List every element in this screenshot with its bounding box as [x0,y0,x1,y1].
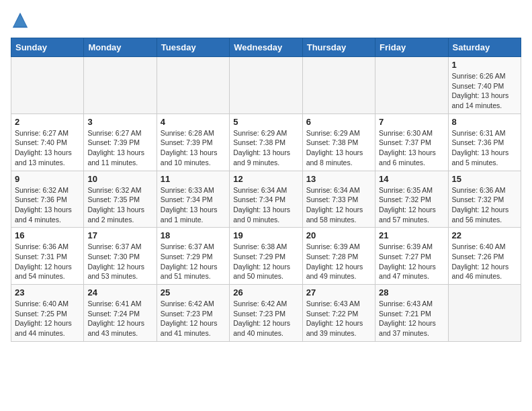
day-number: 8 [452,117,517,127]
day-info: Sunrise: 6:36 AM Sunset: 7:31 PM Dayligh… [15,242,80,281]
day-info: Sunrise: 6:36 AM Sunset: 7:32 PM Dayligh… [452,185,517,225]
day-number: 17 [87,230,152,240]
day-of-week-header: Tuesday [157,38,229,57]
day-number: 27 [306,287,371,298]
day-info: Sunrise: 6:41 AM Sunset: 7:24 PM Dayligh… [87,299,152,338]
day-number: 9 [15,174,80,184]
day-number: 25 [161,287,226,298]
day-of-week-header: Wednesday [230,38,302,57]
calendar-cell: 15Sunrise: 6:36 AM Sunset: 7:32 PM Dayli… [448,171,521,228]
day-number: 24 [87,287,152,298]
day-info: Sunrise: 6:42 AM Sunset: 7:23 PM Dayligh… [161,299,226,338]
day-number: 23 [15,287,80,298]
day-info: Sunrise: 6:42 AM Sunset: 7:23 PM Dayligh… [233,299,298,338]
day-info: Sunrise: 6:37 AM Sunset: 7:29 PM Dayligh… [161,242,226,281]
calendar-cell: 2Sunrise: 6:27 AM Sunset: 7:40 PM Daylig… [11,113,84,171]
day-number: 20 [306,230,371,240]
day-number: 28 [379,287,444,298]
day-of-week-header: Sunday [11,38,84,57]
day-number: 19 [233,230,298,240]
day-number: 6 [306,117,371,127]
calendar-table: SundayMondayTuesdayWednesdayThursdayFrid… [11,38,521,342]
day-info: Sunrise: 6:34 AM Sunset: 7:33 PM Dayligh… [306,185,371,225]
calendar-cell: 19Sunrise: 6:38 AM Sunset: 7:29 PM Dayli… [230,228,302,285]
day-of-week-header: Thursday [302,38,375,57]
svg-marker-1 [13,15,27,27]
calendar-cell: 16Sunrise: 6:36 AM Sunset: 7:31 PM Dayli… [11,228,84,285]
day-number: 18 [161,230,226,240]
day-info: Sunrise: 6:30 AM Sunset: 7:37 PM Dayligh… [379,128,444,168]
day-info: Sunrise: 6:27 AM Sunset: 7:40 PM Dayligh… [15,128,80,168]
calendar-cell: 11Sunrise: 6:33 AM Sunset: 7:34 PM Dayli… [157,171,229,228]
calendar-cell: 10Sunrise: 6:32 AM Sunset: 7:35 PM Dayli… [84,171,157,228]
day-number: 7 [379,117,444,127]
day-number: 15 [452,174,517,184]
day-number: 5 [233,117,298,127]
day-info: Sunrise: 6:29 AM Sunset: 7:38 PM Dayligh… [233,128,298,168]
day-number: 3 [87,117,152,127]
calendar-cell: 28Sunrise: 6:43 AM Sunset: 7:21 PM Dayli… [375,285,448,342]
calendar-cell [448,285,521,342]
calendar-cell: 8Sunrise: 6:31 AM Sunset: 7:36 PM Daylig… [448,113,521,171]
calendar-cell: 4Sunrise: 6:28 AM Sunset: 7:39 PM Daylig… [157,113,229,171]
day-info: Sunrise: 6:38 AM Sunset: 7:29 PM Dayligh… [233,242,298,281]
calendar-cell: 12Sunrise: 6:34 AM Sunset: 7:34 PM Dayli… [230,171,302,228]
calendar-cell: 22Sunrise: 6:40 AM Sunset: 7:26 PM Dayli… [448,228,521,285]
day-info: Sunrise: 6:28 AM Sunset: 7:39 PM Dayligh… [161,128,226,168]
calendar-cell: 23Sunrise: 6:40 AM Sunset: 7:25 PM Dayli… [11,285,84,342]
page-header [11,11,521,30]
day-info: Sunrise: 6:43 AM Sunset: 7:21 PM Dayligh… [379,299,444,338]
day-number: 11 [161,174,226,184]
day-info: Sunrise: 6:40 AM Sunset: 7:26 PM Dayligh… [452,242,517,281]
day-info: Sunrise: 6:32 AM Sunset: 7:36 PM Dayligh… [15,185,80,225]
calendar-cell: 3Sunrise: 6:27 AM Sunset: 7:39 PM Daylig… [84,113,157,171]
day-of-week-header: Saturday [448,38,521,57]
day-number: 14 [379,174,444,184]
day-number: 1 [452,60,517,70]
day-info: Sunrise: 6:26 AM Sunset: 7:40 PM Dayligh… [452,71,517,111]
calendar-cell: 25Sunrise: 6:42 AM Sunset: 7:23 PM Dayli… [157,285,229,342]
day-of-week-header: Monday [84,38,157,57]
day-number: 26 [233,287,298,298]
calendar-cell: 9Sunrise: 6:32 AM Sunset: 7:36 PM Daylig… [11,171,84,228]
day-number: 21 [379,230,444,240]
day-number: 16 [15,230,80,240]
calendar-cell: 5Sunrise: 6:29 AM Sunset: 7:38 PM Daylig… [230,113,302,171]
day-number: 10 [87,174,152,184]
day-info: Sunrise: 6:43 AM Sunset: 7:22 PM Dayligh… [306,299,371,338]
day-number: 12 [233,174,298,184]
calendar-cell: 1Sunrise: 6:26 AM Sunset: 7:40 PM Daylig… [448,57,521,114]
day-number: 13 [306,174,371,184]
day-number: 2 [15,117,80,127]
day-info: Sunrise: 6:34 AM Sunset: 7:34 PM Dayligh… [233,185,298,225]
day-info: Sunrise: 6:32 AM Sunset: 7:35 PM Dayligh… [87,185,152,225]
calendar-cell: 27Sunrise: 6:43 AM Sunset: 7:22 PM Dayli… [302,285,375,342]
calendar-cell: 14Sunrise: 6:35 AM Sunset: 7:32 PM Dayli… [375,171,448,228]
day-number: 4 [161,117,226,127]
day-number: 22 [452,230,517,240]
day-info: Sunrise: 6:39 AM Sunset: 7:28 PM Dayligh… [306,242,371,281]
day-of-week-header: Friday [375,38,448,57]
day-info: Sunrise: 6:31 AM Sunset: 7:36 PM Dayligh… [452,128,517,168]
calendar-cell: 26Sunrise: 6:42 AM Sunset: 7:23 PM Dayli… [230,285,302,342]
day-info: Sunrise: 6:37 AM Sunset: 7:30 PM Dayligh… [87,242,152,281]
calendar-cell [11,57,84,114]
calendar-cell [84,57,157,114]
calendar-cell: 21Sunrise: 6:39 AM Sunset: 7:27 PM Dayli… [375,228,448,285]
calendar-cell: 24Sunrise: 6:41 AM Sunset: 7:24 PM Dayli… [84,285,157,342]
calendar-cell: 20Sunrise: 6:39 AM Sunset: 7:28 PM Dayli… [302,228,375,285]
day-info: Sunrise: 6:27 AM Sunset: 7:39 PM Dayligh… [87,128,152,168]
day-info: Sunrise: 6:40 AM Sunset: 7:25 PM Dayligh… [15,299,80,338]
logo [11,11,31,30]
calendar-cell: 13Sunrise: 6:34 AM Sunset: 7:33 PM Dayli… [302,171,375,228]
calendar-cell [157,57,229,114]
calendar-cell: 17Sunrise: 6:37 AM Sunset: 7:30 PM Dayli… [84,228,157,285]
day-info: Sunrise: 6:29 AM Sunset: 7:38 PM Dayligh… [306,128,371,168]
day-info: Sunrise: 6:35 AM Sunset: 7:32 PM Dayligh… [379,185,444,225]
day-info: Sunrise: 6:39 AM Sunset: 7:27 PM Dayligh… [379,242,444,281]
calendar-cell [375,57,448,114]
calendar-cell [230,57,302,114]
calendar-cell: 6Sunrise: 6:29 AM Sunset: 7:38 PM Daylig… [302,113,375,171]
logo-icon [11,11,30,30]
calendar-cell [302,57,375,114]
